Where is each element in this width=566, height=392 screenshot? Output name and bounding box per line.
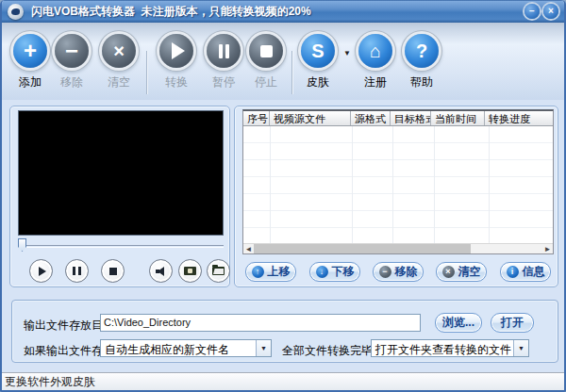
open-label: 打开 [501,315,524,331]
player-panel [9,106,230,287]
clear-button-label: 清空 [98,74,140,90]
clear-list-button[interactable]: × 清空 [436,262,487,282]
minus-icon: − [55,34,89,68]
statusbar: 更换软件外观皮肤 [2,372,564,390]
browse-button[interactable]: 浏览... [435,313,482,333]
move-down-label: 下移 [332,264,355,280]
window-controls: − × [524,4,558,19]
output-settings-panel: 输出文件存放目录: C:\Video_Directory 浏览... 打开 如果… [11,300,558,363]
skin-button[interactable]: S 皮肤 [297,34,339,90]
player-pause-button[interactable] [65,259,89,283]
skin-button-label: 皮肤 [297,74,339,90]
cross-icon: × [442,266,455,278]
clear-list-label: 清空 [458,264,481,280]
toolbar: + 添加 − 移除 × 清空 转换 暂停 停止 S 皮肤 ▼ [2,23,564,100]
question-icon: ? [405,34,439,68]
open-button[interactable]: 打开 [491,313,534,333]
player-snapshot-button[interactable] [178,259,202,283]
register-button-label: 注册 [355,74,396,90]
scrollbar-thumb[interactable] [254,244,471,253]
register-button[interactable]: ⌂ 注册 [355,34,396,90]
file-queue-table[interactable]: 序号 视频源文件 源格式 目标格式 当前时间 转换进度 ◄ ► [242,109,554,254]
scroll-left-arrow-icon[interactable]: ◄ [243,244,254,253]
add-button-label: 添加 [9,74,51,90]
player-volume-button[interactable] [149,259,173,283]
titlebar: 闪电VOB格式转换器 未注册版本，只能转换视频的20% − × [2,0,564,23]
remove-button-label: 移除 [51,74,92,90]
stop-icon [109,268,117,275]
play-icon [159,34,193,68]
seek-slider-track[interactable] [18,245,224,248]
col-progress[interactable]: 转换进度 [485,111,553,125]
play-icon [39,267,46,276]
output-dir-input[interactable]: C:\Video_Directory [100,314,421,332]
col-target-format[interactable]: 目标格式 [391,111,431,125]
minus-icon: − [379,266,391,278]
seek-slider-thumb[interactable] [18,238,26,252]
arrow-down-icon: ↓ [316,266,328,278]
home-icon: ⌂ [358,34,392,68]
exists-select[interactable]: 自动生成相应的新文件名 ▼ [100,339,272,357]
status-text: 更换软件外观皮肤 [5,374,95,390]
player-stop-button[interactable] [101,259,125,283]
browse-label: 浏览... [442,315,474,331]
stop-button-label: 停止 [245,74,287,90]
folder-icon [212,267,225,275]
help-button-label: 帮助 [401,74,442,90]
col-source-format[interactable]: 源格式 [351,111,391,125]
info-button[interactable]: i 信息 [500,262,551,282]
camera-icon [184,267,196,275]
pause-icon [207,34,241,68]
app-icon-glyph [11,8,20,15]
col-index[interactable]: 序号 [243,111,270,125]
convert-button-label: 转换 [156,74,197,90]
col-source-file[interactable]: 视频源文件 [270,111,351,125]
player-open-folder-button[interactable] [207,259,230,283]
info-label: 信息 [523,264,545,280]
close-button[interactable]: × [543,4,558,19]
skin-dropdown-arrow-icon[interactable]: ▼ [343,49,351,57]
plus-icon: + [13,34,47,68]
move-down-button[interactable]: ↓ 下移 [309,262,360,282]
stop-icon [249,34,283,68]
window-title: 闪电VOB格式转换器 未注册版本，只能转换视频的20% [31,4,311,20]
add-button[interactable]: + 添加 [9,34,51,90]
cross-icon: × [102,34,136,68]
col-current-time[interactable]: 当前时间 [431,111,485,125]
stop-button[interactable]: 停止 [245,34,287,90]
convert-button[interactable]: 转换 [156,34,197,90]
arrow-up-icon: ↑ [252,266,264,278]
player-play-button[interactable] [29,259,53,283]
app-window: 闪电VOB格式转换器 未注册版本，只能转换视频的20% − × + 添加 − 移… [0,0,566,392]
table-body[interactable] [243,126,553,243]
horizontal-scrollbar[interactable]: ◄ ► [243,243,553,253]
pause-button-label: 暂停 [203,74,244,90]
move-up-label: 上移 [268,264,291,280]
skin-icon: S [301,34,335,68]
clear-button[interactable]: × 清空 [98,34,140,90]
app-icon [8,4,24,20]
pause-icon [73,267,81,275]
chevron-down-icon[interactable]: ▼ [513,340,528,356]
pause-button[interactable]: 暂停 [203,34,244,90]
table-header-row: 序号 视频源文件 源格式 目标格式 当前时间 转换进度 [243,111,553,126]
exists-select-value: 自动生成相应的新文件名 [105,342,229,358]
speaker-icon [156,267,167,276]
after-convert-select[interactable]: 打开文件夹查看转换的文件 ▼ [371,339,529,357]
remove-button[interactable]: − 移除 [51,34,92,90]
remove-item-button[interactable]: − 移除 [373,262,424,282]
chevron-down-icon[interactable]: ▼ [256,340,271,356]
video-preview-screen [18,110,224,236]
toolbar-separator [146,51,147,94]
info-icon: i [507,266,519,278]
move-up-button[interactable]: ↑ 上移 [245,262,296,282]
remove-item-label: 移除 [395,264,418,280]
scroll-right-arrow-icon[interactable]: ► [542,244,553,253]
help-button[interactable]: ? 帮助 [401,34,442,90]
queue-panel: 序号 视频源文件 源格式 目标格式 当前时间 转换进度 ◄ ► ↑ [234,106,558,287]
toolbar-separator [291,51,292,94]
minimize-button[interactable]: − [524,4,540,19]
after-convert-select-value: 打开文件夹查看转换的文件 [375,342,511,358]
